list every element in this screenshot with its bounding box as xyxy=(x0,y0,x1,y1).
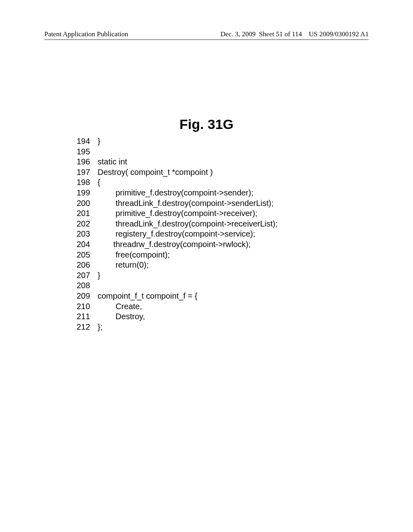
code-text: registery_f.destroy(compoint->service); xyxy=(98,229,369,239)
code-text: }; xyxy=(98,322,369,332)
code-line: 200 threadLink_f.destroy(compoint->sende… xyxy=(77,198,369,209)
code-line: 211 Destroy, xyxy=(77,312,369,322)
code-text: return(0); xyxy=(98,260,369,270)
line-number: 203 xyxy=(77,229,98,239)
code-line: 206 return(0); xyxy=(77,260,369,270)
code-text: { xyxy=(98,177,369,188)
line-number: 210 xyxy=(77,301,98,312)
code-line: 205 free(compoint); xyxy=(77,250,369,260)
line-number: 209 xyxy=(77,291,98,301)
header-pubno: US 2009/0300192 A1 xyxy=(309,30,369,38)
code-text: primitive_f.destroy(compoint->sender); xyxy=(98,188,369,198)
code-text: compoint_f_t compoint_f = { xyxy=(98,291,369,301)
line-number: 196 xyxy=(77,157,98,167)
code-text: threadLink_f.destroy(compoint->receiverL… xyxy=(98,219,369,229)
code-line: 197Destroy( compoint_t *compoint ) xyxy=(77,167,369,178)
header-left: Patent Application Publication xyxy=(44,30,128,38)
code-line: 196static int xyxy=(77,157,369,167)
code-line: 199 primitive_f.destroy(compoint->sender… xyxy=(77,188,369,198)
code-text: } xyxy=(98,270,369,281)
line-number: 207 xyxy=(77,270,98,281)
code-line: 203 registery_f.destroy(compoint->servic… xyxy=(77,229,369,239)
line-number: 212 xyxy=(77,322,98,332)
code-line: 195 xyxy=(77,147,369,157)
code-line: 198{ xyxy=(77,177,369,188)
line-number: 197 xyxy=(77,167,98,178)
line-number: 211 xyxy=(77,312,98,322)
code-listing: 194}195196static int197Destroy( compoint… xyxy=(77,136,369,332)
code-text xyxy=(98,281,369,291)
code-text: Create, xyxy=(98,301,369,312)
line-number: 206 xyxy=(77,260,98,270)
page-header: Patent Application Publication Dec. 3, 2… xyxy=(44,30,369,40)
line-number: 200 xyxy=(77,198,98,209)
code-text: threadrw_f.destroy(compoint->rwlock); xyxy=(98,239,369,250)
code-text: Destroy( compoint_t *compoint ) xyxy=(98,167,369,178)
code-line: 209compoint_f_t compoint_f = { xyxy=(77,291,369,301)
code-text xyxy=(98,147,369,157)
line-number: 204 xyxy=(77,239,98,250)
header-sheet: Sheet 51 of 114 xyxy=(259,30,302,38)
code-line: 201 primitive_f.destroy(compoint->receiv… xyxy=(77,208,369,219)
line-number: 208 xyxy=(77,281,98,291)
line-number: 205 xyxy=(77,250,98,260)
code-line: 202 threadLink_f.destroy(compoint->recei… xyxy=(77,219,369,229)
line-number: 194 xyxy=(77,136,98,147)
code-line: 204 threadrw_f.destroy(compoint->rwlock)… xyxy=(77,239,369,250)
code-text: Destroy, xyxy=(98,312,369,322)
line-number: 195 xyxy=(77,147,98,157)
code-text: primitive_f.destroy(compoint->receiver); xyxy=(98,208,369,219)
code-line: 208 xyxy=(77,281,369,291)
code-text: free(compoint); xyxy=(98,250,369,260)
code-line: 194} xyxy=(77,136,369,147)
header-date: Dec. 3, 2009 xyxy=(221,30,256,38)
figure-title: Fig. 31G xyxy=(44,116,369,132)
line-number: 202 xyxy=(77,219,98,229)
line-number: 198 xyxy=(77,177,98,188)
line-number: 199 xyxy=(77,188,98,198)
code-text: } xyxy=(98,136,369,147)
header-right: Dec. 3, 2009 Sheet 51 of 114 US 2009/030… xyxy=(221,30,369,38)
code-line: 210 Create, xyxy=(77,301,369,312)
code-line: 212}; xyxy=(77,322,369,332)
code-text: threadLink_f.destroy(compoint->senderLis… xyxy=(98,198,369,209)
code-line: 207} xyxy=(77,270,369,281)
page-content: Patent Application Publication Dec. 3, 2… xyxy=(44,30,369,508)
line-number: 201 xyxy=(77,208,98,219)
code-text: static int xyxy=(98,157,369,167)
